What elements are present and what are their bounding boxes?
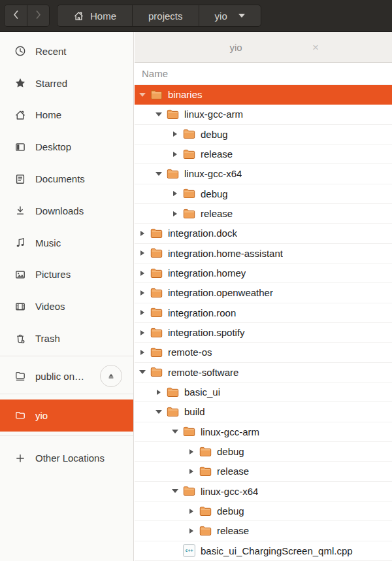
sidebar-mount-public[interactable]: public on… (0, 360, 133, 392)
expander-icon[interactable] (186, 528, 197, 534)
sidebar-item-recent[interactable]: Recent (0, 35, 133, 67)
folder-row[interactable]: debug (135, 125, 392, 144)
expander-icon[interactable] (137, 330, 148, 335)
expander-icon[interactable] (170, 131, 180, 137)
folder-row[interactable]: integration.roon (135, 303, 392, 323)
folder-row[interactable]: integration.spotify (135, 323, 392, 343)
sidebar-separator (0, 394, 133, 394)
svg-text:c++: c++ (186, 549, 193, 554)
expander-icon[interactable] (170, 489, 180, 493)
expander-icon[interactable] (137, 250, 148, 256)
folder-icon (150, 347, 163, 358)
folder-row[interactable]: debug (135, 184, 392, 204)
expander-icon[interactable] (137, 310, 148, 315)
folder-row[interactable]: integration.openweather (135, 283, 392, 303)
sidebar-item-music[interactable]: Music (0, 227, 133, 259)
folder-row[interactable]: linux-gcc-arm (135, 105, 392, 124)
eject-icon (106, 371, 116, 381)
folder-row[interactable]: build (135, 402, 392, 422)
triangle-down-icon (172, 430, 178, 434)
file-name-label: release (201, 208, 233, 219)
folder-row[interactable]: remote-os (135, 343, 392, 362)
forward-button[interactable] (27, 5, 49, 26)
expander-icon[interactable] (186, 449, 197, 454)
breadcrumb-home[interactable]: Home (57, 5, 132, 26)
music-icon (14, 237, 26, 248)
folder-row[interactable]: integration.dock (135, 224, 392, 243)
folder-icon (183, 426, 195, 437)
breadcrumb-current[interactable]: yio (199, 5, 261, 26)
file-name-label: integration.dock (168, 228, 237, 239)
file-name-label: integration.home-assistant (168, 248, 283, 259)
network-folder-icon (14, 370, 26, 382)
expander-icon[interactable] (154, 172, 164, 176)
expander-icon[interactable] (154, 112, 164, 116)
folder-icon (199, 466, 212, 477)
sidebar-item-other-locations[interactable]: Other Locations (0, 443, 133, 475)
triangle-down-icon (139, 93, 146, 97)
folder-row[interactable]: linux-gcc-x64 (135, 164, 392, 184)
expander-icon[interactable] (170, 211, 180, 216)
tab-close-icon[interactable]: × (307, 42, 324, 53)
file-list-pane: yio × Name binarieslinux-gcc-armdebugrel… (135, 32, 392, 561)
folder-row[interactable]: release (135, 462, 392, 481)
sidebar-item-label: public on… (35, 371, 84, 382)
folder-row[interactable]: remote-software (135, 363, 392, 382)
folder-row[interactable]: integration.home-assistant (135, 244, 392, 264)
home-icon (14, 109, 26, 121)
eject-button[interactable] (100, 365, 122, 387)
expander-icon[interactable] (137, 231, 148, 236)
expander-icon[interactable] (137, 370, 148, 374)
sidebar-item-videos[interactable]: Videos (0, 290, 133, 322)
sidebar-item-starred[interactable]: Starred (0, 67, 133, 99)
plus-icon (14, 452, 26, 464)
folder-row[interactable]: linux-gcc-arm (135, 422, 392, 442)
file-row[interactable]: c++basic_ui_ChargingScreen_qml.cpp (135, 541, 392, 561)
folder-icon (150, 248, 163, 258)
breadcrumb-label: projects (148, 10, 183, 22)
expander-icon[interactable] (170, 430, 180, 434)
back-button[interactable] (5, 5, 27, 26)
folder-row[interactable]: basic_ui (135, 382, 392, 402)
folder-row[interactable]: release (135, 204, 392, 224)
file-name-label: linux-gcc-x64 (201, 486, 258, 497)
expander-icon[interactable] (170, 191, 180, 196)
triangle-down-icon (155, 410, 162, 414)
expander-icon[interactable] (137, 271, 148, 276)
folder-row[interactable]: release (135, 521, 392, 541)
expander-icon[interactable] (154, 390, 164, 395)
folder-icon (150, 307, 163, 318)
folder-icon (150, 288, 163, 298)
folder-row[interactable]: release (135, 144, 392, 164)
folder-icon (150, 228, 163, 239)
folder-row[interactable]: linux-gcc-x64 (135, 482, 392, 502)
expander-icon[interactable] (170, 152, 180, 157)
folder-row[interactable]: integration.homey (135, 264, 392, 283)
sidebar-item-downloads[interactable]: Downloads (0, 195, 133, 227)
expander-icon[interactable] (137, 350, 148, 355)
expander-icon[interactable] (186, 509, 197, 514)
folder-row[interactable]: binaries (135, 85, 392, 105)
sidebar-item-desktop[interactable]: Desktop (0, 131, 133, 163)
folder-row[interactable]: debug (135, 442, 392, 462)
folder-icon (199, 506, 212, 517)
expander-icon[interactable] (137, 93, 148, 97)
sidebar-item-home[interactable]: Home (0, 99, 133, 131)
sidebar-item-documents[interactable]: Documents (0, 163, 133, 195)
column-header-name[interactable]: Name (135, 63, 392, 85)
breadcrumb-projects[interactable]: projects (132, 5, 199, 26)
expander-icon[interactable] (154, 410, 164, 414)
file-tree: binarieslinux-gcc-armdebugreleaselinux-g… (135, 85, 392, 561)
sidebar-item-pictures[interactable]: Pictures (0, 259, 133, 291)
folder-row[interactable]: debug (135, 502, 392, 521)
sidebar-bookmark-yio[interactable]: yio (0, 400, 133, 432)
sidebar-item-trash[interactable]: Trash (0, 322, 133, 354)
triangle-right-icon (173, 211, 177, 216)
expander-icon[interactable] (186, 469, 197, 474)
file-name-label: integration.openweather (168, 287, 273, 298)
folder-icon (183, 486, 195, 496)
expander-icon[interactable] (137, 290, 148, 296)
nav-button-group (4, 5, 50, 27)
triangle-down-icon (139, 370, 146, 374)
file-name-label: release (201, 148, 233, 160)
